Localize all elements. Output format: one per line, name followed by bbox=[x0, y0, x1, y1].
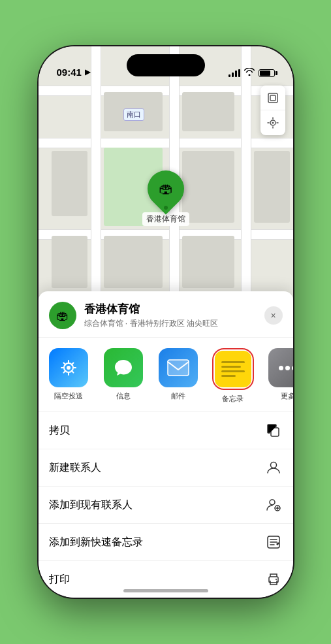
map-label: 南口 bbox=[123, 108, 144, 121]
print-icon bbox=[264, 570, 283, 588]
home-indicator bbox=[123, 589, 208, 592]
road bbox=[39, 86, 293, 96]
new-contact-icon bbox=[264, 459, 283, 477]
map-layers-button[interactable] bbox=[260, 86, 285, 110]
svg-rect-0 bbox=[268, 93, 277, 103]
svg-point-9 bbox=[270, 500, 275, 505]
add-contact-icon bbox=[264, 496, 283, 514]
new-contact-label: 新建联系人 bbox=[49, 461, 101, 475]
map-block bbox=[52, 236, 87, 288]
action-add-note[interactable]: 添加到新快速备忘录 bbox=[39, 524, 293, 561]
print-label: 打印 bbox=[49, 573, 70, 587]
pin-icon: 🏟 bbox=[159, 180, 173, 197]
venue-info: 香港体育馆 综合体育馆 · 香港特别行政区 油尖旺区 bbox=[84, 302, 264, 329]
share-item-messages[interactable]: 信息 bbox=[99, 348, 148, 404]
mail-icon bbox=[159, 348, 198, 387]
svg-point-5 bbox=[67, 366, 71, 370]
status-icons bbox=[229, 68, 275, 78]
add-note-label: 添加到新快速备忘录 bbox=[49, 536, 143, 549]
share-item-mail[interactable]: 邮件 bbox=[153, 348, 203, 404]
action-list: 拷贝 新建联系人 bbox=[39, 411, 293, 598]
time-label: 09:41 bbox=[57, 67, 82, 78]
svg-rect-6 bbox=[168, 360, 189, 376]
location-pin: 🏟 香港体育馆 bbox=[142, 170, 189, 226]
add-contact-label: 添加到现有联系人 bbox=[49, 498, 133, 512]
svg-rect-1 bbox=[270, 95, 276, 101]
svg-point-13 bbox=[276, 579, 277, 580]
map-block bbox=[104, 236, 163, 288]
close-button[interactable]: × bbox=[264, 306, 283, 325]
venue-icon: 🏟 bbox=[49, 302, 76, 329]
messages-label: 信息 bbox=[116, 391, 131, 401]
road bbox=[39, 138, 293, 148]
phone-frame: 09:41 ▶ bbox=[39, 46, 293, 598]
venue-name: 香港体育馆 bbox=[84, 302, 264, 317]
action-new-contact[interactable]: 新建联系人 bbox=[39, 449, 293, 487]
add-note-icon bbox=[264, 533, 283, 551]
map-controls bbox=[260, 86, 285, 135]
copy-icon bbox=[264, 421, 283, 440]
map-block bbox=[52, 151, 87, 216]
battery-icon bbox=[259, 69, 275, 77]
airdrop-icon bbox=[49, 348, 88, 387]
venue-desc: 综合体育馆 · 香港特别行政区 油尖旺区 bbox=[84, 318, 264, 329]
share-item-more[interactable]: 更多 bbox=[263, 348, 293, 404]
status-time: 09:41 ▶ bbox=[57, 67, 90, 78]
copy-label: 拷贝 bbox=[49, 424, 70, 438]
action-add-contact[interactable]: 添加到现有联系人 bbox=[39, 487, 293, 524]
phone-screen: 09:41 ▶ bbox=[39, 46, 293, 598]
location-button[interactable] bbox=[260, 110, 285, 135]
airdrop-label: 隔空投送 bbox=[54, 391, 83, 401]
map-block bbox=[182, 236, 234, 288]
signal-icon bbox=[229, 69, 240, 77]
svg-point-3 bbox=[272, 122, 274, 124]
location-arrow-icon: ▶ bbox=[85, 68, 90, 76]
map-block bbox=[182, 151, 234, 223]
pin-dot bbox=[164, 206, 168, 210]
share-item-notes[interactable]: 备忘录 bbox=[208, 348, 258, 404]
wifi-icon bbox=[244, 68, 255, 78]
map-block bbox=[254, 151, 290, 223]
map-block bbox=[182, 92, 234, 131]
share-item-airdrop[interactable]: 隔空投送 bbox=[44, 348, 93, 404]
more-icon bbox=[268, 348, 293, 387]
share-row: 隔空投送 信息 bbox=[39, 338, 293, 409]
dynamic-island bbox=[127, 54, 205, 76]
notes-selected-border bbox=[212, 348, 254, 390]
action-copy[interactable]: 拷贝 bbox=[39, 412, 293, 449]
notes-label: 备忘录 bbox=[222, 394, 244, 404]
notes-icon bbox=[215, 351, 251, 387]
venue-header: 🏟 香港体育馆 综合体育馆 · 香港特别行政区 油尖旺区 × bbox=[39, 291, 293, 338]
svg-point-8 bbox=[270, 462, 276, 468]
mail-label: 邮件 bbox=[171, 391, 185, 401]
more-label: 更多 bbox=[281, 391, 293, 401]
bottom-sheet: 🏟 香港体育馆 综合体育馆 · 香港特别行政区 油尖旺区 × bbox=[39, 291, 293, 598]
messages-icon bbox=[104, 348, 143, 387]
